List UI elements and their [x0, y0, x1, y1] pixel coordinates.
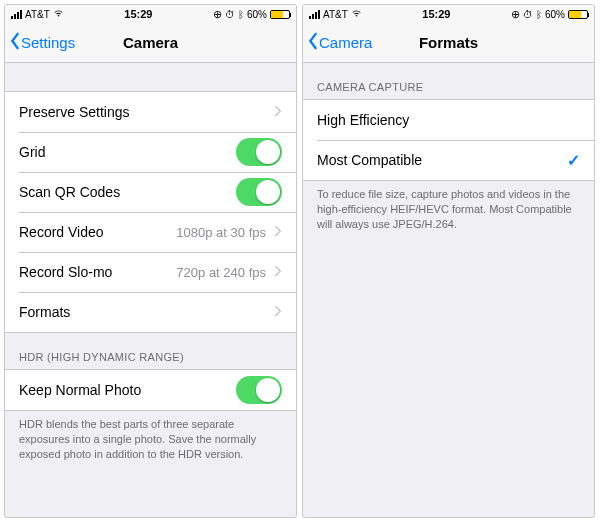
toggle-switch[interactable]	[236, 376, 282, 404]
settings-row[interactable]: Grid	[5, 132, 296, 172]
row-label: High Efficiency	[317, 112, 409, 128]
carrier-label: AT&T	[25, 9, 50, 20]
toggle-switch[interactable]	[236, 138, 282, 166]
wifi-icon	[53, 9, 64, 20]
nav-bar: Camera Formats	[303, 23, 594, 63]
chevron-right-icon	[274, 225, 282, 240]
row-label: Grid	[19, 144, 45, 160]
settings-row[interactable]: High Efficiency	[303, 100, 594, 140]
screen-formats: AT&T 15:29 ⊕ ⏱ ᛒ 60% Camera Formats CAME…	[302, 4, 595, 518]
back-label: Camera	[319, 34, 372, 51]
section-footer-capture: To reduce file size, capture photos and …	[303, 181, 594, 242]
content: CAMERA CAPTURE High EfficiencyMost Compa…	[303, 63, 594, 517]
settings-row[interactable]: Record Video1080p at 30 fps	[5, 212, 296, 252]
back-button[interactable]: Settings	[5, 32, 75, 53]
row-label: Record Video	[19, 224, 104, 240]
section-header-capture: CAMERA CAPTURE	[303, 63, 594, 99]
status-bar: AT&T 15:29 ⊕ ⏱ ᛒ 60%	[5, 5, 296, 23]
chevron-right-icon	[274, 105, 282, 120]
chevron-right-icon	[274, 305, 282, 320]
screen-camera-settings: AT&T 15:29 ⊕ ⏱ ᛒ 60% Settings Camera Pre…	[4, 4, 297, 518]
chevron-right-icon	[274, 265, 282, 280]
battery-fill	[271, 11, 283, 18]
bluetooth-icon: ᛒ	[536, 9, 542, 20]
battery-icon	[568, 10, 588, 19]
wifi-icon	[351, 9, 362, 20]
status-left: AT&T	[309, 9, 362, 20]
status-bar: AT&T 15:29 ⊕ ⏱ ᛒ 60%	[303, 5, 594, 23]
alarm-icon: ⏱	[523, 9, 533, 20]
settings-row[interactable]: Preserve Settings	[5, 92, 296, 132]
settings-group: High EfficiencyMost Compatible✓	[303, 99, 594, 181]
toggle-switch[interactable]	[236, 178, 282, 206]
row-label: Keep Normal Photo	[19, 382, 141, 398]
carrier-label: AT&T	[323, 9, 348, 20]
signal-bars-icon	[11, 10, 22, 19]
battery-pct: 60%	[247, 9, 267, 20]
section-footer-hdr: HDR blends the best parts of three separ…	[5, 411, 296, 472]
content: Preserve SettingsGridScan QR CodesRecord…	[5, 63, 296, 517]
alarm-icon: ⏱	[225, 9, 235, 20]
chevron-left-icon	[9, 32, 21, 53]
status-right: ⊕ ⏱ ᛒ 60%	[213, 8, 290, 21]
status-left: AT&T	[11, 9, 64, 20]
detail-value: 1080p at 30 fps	[176, 225, 266, 240]
signal-bars-icon	[309, 10, 320, 19]
row-label: Scan QR Codes	[19, 184, 120, 200]
checkmark-icon: ✓	[567, 151, 580, 170]
settings-row[interactable]: Scan QR Codes	[5, 172, 296, 212]
battery-fill	[569, 11, 581, 18]
status-time: 15:29	[422, 8, 450, 20]
settings-row[interactable]: Record Slo-mo720p at 240 fps	[5, 252, 296, 292]
row-label: Most Compatible	[317, 152, 422, 168]
chevron-left-icon	[307, 32, 319, 53]
battery-icon	[270, 10, 290, 19]
rotation-lock-icon: ⊕	[213, 8, 222, 21]
status-time: 15:29	[124, 8, 152, 20]
battery-pct: 60%	[545, 9, 565, 20]
row-label: Record Slo-mo	[19, 264, 112, 280]
row-label: Preserve Settings	[19, 104, 130, 120]
row-label: Formats	[19, 304, 70, 320]
section-header-hdr: HDR (HIGH DYNAMIC RANGE)	[5, 333, 296, 369]
settings-row[interactable]: Most Compatible✓	[303, 140, 594, 180]
back-label: Settings	[21, 34, 75, 51]
settings-row[interactable]: Keep Normal Photo	[5, 370, 296, 410]
nav-bar: Settings Camera	[5, 23, 296, 63]
settings-row[interactable]: Formats	[5, 292, 296, 332]
detail-value: 720p at 240 fps	[176, 265, 266, 280]
back-button[interactable]: Camera	[303, 32, 372, 53]
settings-group-1: Preserve SettingsGridScan QR CodesRecord…	[5, 91, 296, 333]
rotation-lock-icon: ⊕	[511, 8, 520, 21]
bluetooth-icon: ᛒ	[238, 9, 244, 20]
status-right: ⊕ ⏱ ᛒ 60%	[511, 8, 588, 21]
settings-group-2: Keep Normal Photo	[5, 369, 296, 411]
